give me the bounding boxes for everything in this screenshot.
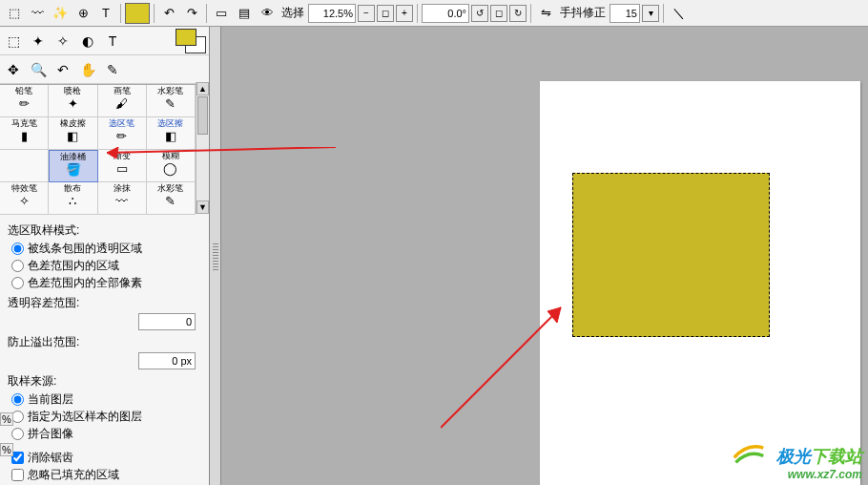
redo-icon[interactable]: ↷ — [181, 3, 202, 24]
angle-input[interactable] — [422, 4, 469, 23]
sparkle-icon[interactable]: ✦ — [28, 31, 49, 52]
tool-label: 选区笔 — [109, 118, 134, 128]
tool-特效笔[interactable]: 特效笔✧ — [0, 182, 49, 215]
stabilizer-input[interactable] — [610, 4, 640, 23]
tool-glyph-icon: ▮ — [21, 129, 28, 143]
tool-glyph-icon: ◧ — [165, 129, 176, 143]
tool-油漆桶[interactable]: 油漆桶🪣 — [49, 150, 97, 182]
watermark-swoosh-icon — [733, 439, 765, 468]
annotation-arrow-1 — [107, 147, 355, 433]
radio-color-range-input[interactable] — [11, 260, 24, 272]
watermark-brand2: 下载站 — [811, 447, 862, 466]
line-tool-icon[interactable]: ＼ — [668, 3, 689, 24]
watermark-url: www.xz7.com — [776, 468, 862, 481]
tool-empty[interactable] — [0, 150, 49, 182]
watermark-brand: 极光 — [776, 447, 811, 466]
foreground-color-icon[interactable] — [176, 29, 196, 46]
tool-喷枪[interactable]: 喷枪✦ — [49, 85, 97, 117]
radio-transparent-input[interactable] — [11, 242, 24, 255]
zoom-input[interactable] — [308, 4, 356, 23]
tool-label: 水彩笔 — [157, 86, 183, 95]
eye-icon[interactable]: 👁 — [257, 3, 278, 24]
canvas-view2-icon[interactable]: ▤ — [234, 3, 255, 24]
zoom-fit-button[interactable]: ◻ — [377, 5, 394, 22]
eyedropper-icon[interactable]: ✎ — [102, 59, 123, 80]
tool-glyph-icon: ✎ — [165, 96, 176, 111]
tool-label: 喷枪 — [64, 86, 81, 95]
zoom-in-button[interactable]: + — [396, 5, 413, 22]
radio-current-input[interactable] — [11, 393, 24, 406]
annotation-arrow-2 — [441, 304, 593, 447]
flip-icon[interactable]: ⇋ — [535, 3, 556, 24]
separator — [206, 4, 207, 23]
tool-row-secondary: ✥ 🔍 ↶ ✋ ✎ — [0, 55, 209, 84]
separator — [417, 4, 418, 23]
hand-icon[interactable]: ✋ — [77, 59, 98, 80]
tool-马克笔[interactable]: 马克笔▮ — [0, 117, 49, 150]
opacity2-icon[interactable]: % — [0, 443, 13, 456]
top-toolbar: ⬚ 〰 ✨ ⊕ T ↶ ↷ ▭ ▤ 👁 选择 − ◻ + ↺ ◻ ↻ ⇋ 手抖修… — [0, 0, 868, 27]
tool-散布[interactable]: 散布∴ — [49, 182, 97, 215]
separator — [154, 4, 155, 23]
separator — [663, 4, 664, 23]
tool-选区笔[interactable]: 选区笔✏ — [98, 117, 147, 150]
tool-row-primary: ⬚ ✦ ✧ ◐ T — [0, 27, 209, 55]
tool-glyph-icon: 🪣 — [66, 162, 81, 177]
tool-选区擦[interactable]: 选区擦◧ — [147, 117, 196, 150]
tool-glyph-icon: ◧ — [67, 129, 78, 143]
zoom-icon[interactable]: 🔍 — [28, 59, 49, 80]
scroll-up-icon[interactable]: ▲ — [196, 82, 209, 95]
left-edge-strip: % % — [0, 412, 13, 485]
separator — [530, 4, 531, 23]
star-icon[interactable]: ✧ — [52, 31, 73, 52]
tool-画笔[interactable]: 画笔🖌 — [98, 85, 147, 117]
separator — [120, 4, 121, 23]
tool-glyph-icon: ∴ — [69, 194, 76, 208]
color-swatches[interactable] — [176, 29, 206, 53]
watermark: 极光下载站 www.xz7.com — [776, 445, 862, 481]
canvas-area[interactable] — [221, 27, 868, 485]
tool-glyph-icon: ✧ — [19, 194, 30, 208]
lasso-icon[interactable]: 〰 — [27, 3, 48, 24]
text-icon[interactable]: T — [102, 31, 123, 52]
rotate-reset-button[interactable]: ◻ — [490, 5, 507, 22]
select-rect-icon[interactable]: ⬚ — [3, 31, 24, 52]
tool-label: 散布 — [64, 183, 81, 193]
move-icon[interactable]: ✥ — [3, 59, 24, 80]
circle-half-icon[interactable]: ◐ — [77, 31, 98, 52]
tool-水彩笔[interactable]: 水彩笔✎ — [147, 85, 196, 117]
svg-marker-1 — [107, 147, 118, 158]
checkbox-ignore-filled[interactable]: 忽略已填充的区域 — [11, 467, 201, 483]
marquee-rect-icon[interactable]: ⬚ — [4, 3, 25, 24]
svg-marker-3 — [548, 307, 561, 323]
svg-line-0 — [107, 147, 336, 153]
tool-label: 马克笔 — [11, 118, 37, 128]
tool-橡皮擦[interactable]: 橡皮擦◧ — [49, 117, 97, 150]
zoom-out-button[interactable]: − — [358, 5, 375, 22]
wand-icon[interactable]: ✨ — [50, 3, 71, 24]
tool-label: 橡皮擦 — [60, 118, 86, 128]
rotate-left-button[interactable]: ↺ — [471, 5, 488, 22]
stabilizer-dropdown-button[interactable]: ▾ — [642, 5, 659, 22]
tool-label: 特效笔 — [11, 183, 37, 193]
filled-selection-rect[interactable] — [572, 173, 770, 337]
tool-glyph-icon: ✦ — [68, 96, 78, 111]
radio-color-range-all-input[interactable] — [11, 277, 24, 289]
rotate-icon[interactable]: ↶ — [52, 59, 73, 80]
opacity-icon[interactable]: % — [0, 412, 13, 426]
scroll-thumb[interactable] — [197, 96, 208, 135]
tool-label: 画笔 — [114, 86, 131, 95]
tool-glyph-icon: ✏ — [116, 129, 127, 143]
text-tool-icon[interactable]: T — [95, 3, 116, 24]
tool-glyph-icon: ✏ — [19, 96, 30, 111]
undo-icon[interactable]: ↶ — [158, 3, 179, 24]
checkbox-antialias[interactable]: 消除锯齿 — [11, 450, 201, 466]
rotate-right-button[interactable]: ↻ — [509, 5, 527, 22]
tool-label: 选区擦 — [157, 118, 183, 128]
canvas-view1-icon[interactable]: ▭ — [211, 3, 232, 24]
move-icon[interactable]: ⊕ — [72, 3, 93, 24]
foreground-color-swatch[interactable] — [125, 3, 150, 24]
tool-铅笔[interactable]: 铅笔✏ — [0, 85, 49, 117]
tool-glyph-icon: 🖌 — [115, 96, 128, 111]
tool-label: 铅笔 — [15, 86, 32, 95]
